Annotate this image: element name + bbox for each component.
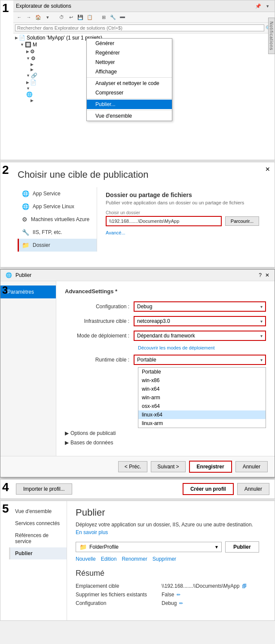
publish-panel: 5 Vue d'ensemble Services connectés Réfé… — [0, 501, 275, 621]
opt-win-arm[interactable]: win-arm — [138, 393, 266, 402]
ctx-compresser[interactable]: Compresser — [87, 88, 172, 97]
appservice-linux-label: App Service Linux — [33, 204, 74, 210]
dialog-close-btn[interactable]: ✕ — [265, 272, 269, 278]
tree-arrow-sub6: ▶ — [26, 80, 29, 85]
action-edition[interactable]: Edition — [101, 556, 117, 562]
s5-services-connectes[interactable]: Services connectés — [9, 517, 67, 529]
grid-btn[interactable]: ⊞ — [99, 13, 108, 21]
s5-title: Publier — [76, 507, 266, 518]
resume-row-config: Configuration Debug ✏ — [76, 600, 266, 606]
advanced-link[interactable]: Avancé... — [106, 230, 125, 235]
sub6-icon: 📄 — [30, 79, 37, 85]
next-button[interactable]: Suivant > — [151, 461, 185, 472]
left-item-appservice-linux[interactable]: 🌐 App Service Linux — [18, 200, 97, 213]
notifications-tab[interactable]: Notifications — [268, 18, 275, 54]
tree-arrow-sub4: ▶ — [31, 67, 34, 72]
forward-btn[interactable]: → — [24, 13, 33, 21]
arrow-btn[interactable]: ▾ — [263, 2, 272, 10]
undo-btn[interactable]: ↩ — [67, 13, 75, 21]
step-4-badge: 4 — [2, 481, 9, 493]
ctx-affichage[interactable]: Affichage — [87, 67, 172, 76]
s5-references-service[interactable]: Références de service — [9, 529, 67, 547]
edit-config-icon[interactable]: ✏ — [179, 601, 183, 606]
timer-btn[interactable]: ⏱ — [57, 13, 66, 21]
deploy-mode-control[interactable]: Dépendant du framework ▾ — [134, 331, 266, 341]
save-button[interactable]: Enregistrer — [189, 461, 232, 473]
config-arrow: ▾ — [260, 304, 263, 309]
section5-sidebar: Vue d'ensemble Services connectés Référe… — [9, 501, 67, 620]
import-profile-button[interactable]: Importer le profil... — [16, 483, 72, 495]
opt-linux-x64[interactable]: linux-x64 — [138, 410, 266, 419]
delete-files-value: False — [162, 592, 174, 598]
profile-select-box[interactable]: 📁 FolderProfile ▾ — [76, 542, 222, 552]
browse-button[interactable]: Parcourir... — [225, 216, 259, 226]
location-value: \\192.168.......\\Documents\MyApp — [162, 583, 239, 589]
s5-publier[interactable]: Publier — [9, 547, 67, 559]
tree-arrow-sub3: ▶ — [31, 62, 34, 67]
ctx-nettoyer[interactable]: Nettoyer — [87, 58, 172, 67]
ctx-vue[interactable]: Vue d'ensemble — [87, 111, 172, 121]
left-item-appservice[interactable]: 🌐 App Service — [18, 187, 97, 200]
opt-win-x64[interactable]: win-x64 — [138, 385, 266, 393]
infra-control[interactable]: netcoreapp3.0 ▾ — [134, 316, 266, 326]
home-btn[interactable]: 🏠 — [34, 13, 43, 21]
folder-input[interactable] — [106, 216, 222, 226]
s5-learn-more[interactable]: En savoir plus — [76, 529, 266, 535]
opt-osx-x64[interactable]: osx-x64 — [138, 402, 266, 410]
action-nouvelle[interactable]: Nouvelle — [76, 556, 96, 562]
action-supprimer[interactable]: Supprimer — [153, 556, 176, 562]
opt-portable[interactable]: Portable — [138, 368, 266, 376]
config-control[interactable]: Debug ▾ — [134, 301, 266, 312]
opt-win-x86[interactable]: win-x86 — [138, 376, 266, 385]
config-resume-value: Debug — [162, 600, 177, 606]
s5-vue-densemble[interactable]: Vue d'ensemble — [9, 505, 67, 517]
action-renommer[interactable]: Renommer — [122, 556, 147, 562]
resume-label-delete-files: Supprimer les fichiers existants — [76, 592, 162, 598]
search-input[interactable] — [15, 24, 264, 31]
minus-btn[interactable]: ➖ — [118, 13, 127, 21]
sidebar-item-parametres[interactable]: Paramètres — [0, 286, 56, 298]
cancel-button[interactable]: Annuler — [235, 461, 268, 472]
runtime-control[interactable]: Portable ▾ — [134, 355, 266, 365]
left-item-dossier[interactable]: 📁 Dossier — [18, 239, 97, 252]
resume-row-delete-files: Supprimer les fichiers existants False ✏ — [76, 592, 266, 598]
content-title: AdvancedSettings * — [65, 288, 266, 295]
copy-btn[interactable]: 📋 — [86, 13, 94, 21]
back-btn[interactable]: ← — [15, 13, 24, 21]
config-label: Configuration : — [65, 304, 134, 310]
section2-close[interactable]: ✕ — [265, 166, 270, 173]
ctx-publier[interactable]: Publier... — [87, 100, 172, 109]
pin-btn[interactable]: 📌 — [254, 2, 263, 10]
runtime-arrow: ▾ — [260, 358, 263, 362]
wrench-btn[interactable]: 🔧 — [109, 13, 117, 21]
cancel-profile-button[interactable]: Annuler — [237, 483, 269, 495]
copy-location-icon[interactable]: 🗐 — [242, 583, 247, 589]
opt-linux-arm[interactable]: linux-arm — [138, 419, 266, 428]
ctx-regenerer[interactable]: Regénérer — [87, 48, 172, 58]
appservice-label: App Service — [33, 191, 61, 197]
profile-actions: Nouvelle Edition Renommer Supprimer — [76, 556, 266, 562]
left-item-azure-vm[interactable]: ⚙ Machines virtuelles Azure — [18, 213, 97, 226]
infra-row: Infrastructure cible : netcoreapp3.0 ▾ — [65, 316, 266, 326]
ctx-generer[interactable]: Générer — [87, 39, 172, 48]
prev-button[interactable]: < Préc. — [118, 461, 147, 472]
db-chevron: ▶ — [65, 440, 69, 446]
runtime-label: Runtime cible : — [65, 357, 134, 363]
db-title[interactable]: ▶ Bases de données — [65, 440, 266, 446]
step-1-badge: 1 — [2, 2, 9, 14]
s5-desc: Déployez votre application sur un dossie… — [76, 522, 266, 528]
left-panel: 🌐 App Service 🌐 App Service Linux ⚙ Mach… — [18, 187, 97, 252]
dropdown-btn[interactable]: ▾ — [43, 13, 52, 21]
create-profile-button[interactable]: Créer un profil — [183, 483, 234, 495]
right-desc: Publier votre application dans un dossie… — [106, 200, 259, 205]
edit-delete-files-icon[interactable]: ✏ — [177, 592, 180, 598]
deploy-link[interactable]: Découvrir les modes de déploiement — [138, 345, 266, 350]
pub-options-chevron: ▶ — [65, 430, 69, 436]
dialog-help-btn[interactable]: ? — [259, 272, 262, 278]
step-5-badge: 5 — [2, 503, 9, 515]
publish-button[interactable]: Publier — [225, 541, 259, 553]
save-btn[interactable]: 💾 — [76, 13, 85, 21]
left-item-iis[interactable]: 🔧 IIS, FTP, etc. — [18, 226, 97, 239]
ctx-analyser[interactable]: Analyser et nettoyer le code — [87, 79, 172, 88]
pub-options-title[interactable]: ▶ Options de publicati — [65, 430, 266, 436]
